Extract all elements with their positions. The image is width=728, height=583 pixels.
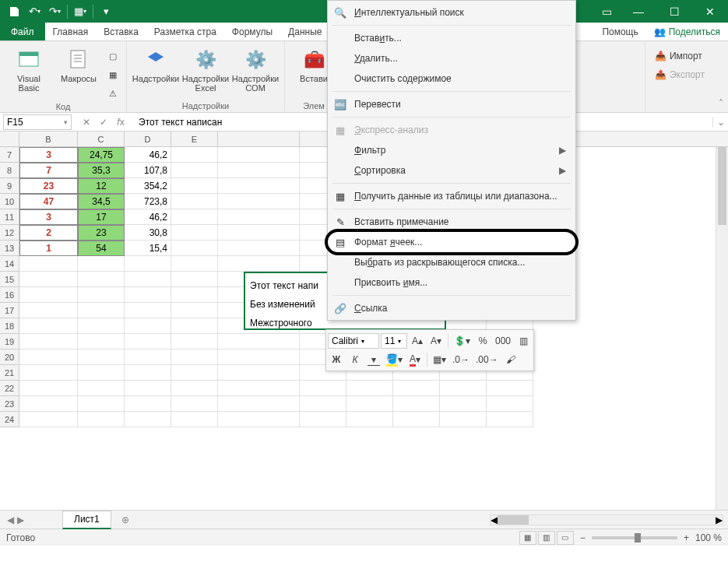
cell[interactable]: 2 [19,225,78,241]
decrease-decimal-button[interactable]: .00→ [473,351,501,368]
cell[interactable] [346,396,393,412]
cell[interactable] [125,272,171,287]
record-macro-button[interactable]: ▢ [106,47,120,65]
underline-button[interactable]: ▾ [365,351,382,368]
cell[interactable] [487,396,533,412]
cell[interactable]: 12 [78,178,125,194]
comma-button[interactable]: 000 [493,332,513,349]
cell[interactable] [125,256,171,272]
cell[interactable]: 3 [19,209,78,225]
menu-item-link[interactable]: 🔗Ссылка [328,298,575,318]
macros-button[interactable]: Макросы [56,44,101,102]
menu-item-translate[interactable]: 🔤Перевести [328,94,575,114]
col-header-c[interactable]: C [78,132,125,146]
cell[interactable] [125,381,171,396]
cell[interactable] [19,349,78,365]
cell[interactable]: 24,75 [78,147,125,163]
row-header[interactable]: 21 [0,365,19,381]
expand-formula-bar-button[interactable]: ⌄ [712,117,728,128]
vertical-scrollbar[interactable] [716,147,728,510]
cell[interactable] [393,396,440,412]
cell[interactable] [19,365,78,381]
cell[interactable] [125,349,171,365]
cell[interactable]: 3 [19,147,78,163]
row-header[interactable]: 16 [0,287,19,303]
cell[interactable]: 46,2 [125,147,171,163]
cell[interactable] [218,241,300,256]
add-sheet-button[interactable]: ⊕ [116,515,135,525]
cell[interactable] [125,287,171,303]
row-header[interactable]: 20 [0,349,19,365]
tab-file[interactable]: Файл [0,23,45,40]
cell[interactable] [171,303,218,318]
row-header[interactable]: 13 [0,241,19,256]
collapse-ribbon-button[interactable]: ˄ [714,41,728,112]
macro-security-button[interactable]: ⚠ [106,85,120,102]
cell[interactable] [125,412,171,427]
cell[interactable] [218,334,300,349]
row-header[interactable]: 24 [0,412,19,427]
row-header[interactable]: 11 [0,209,19,225]
cell[interactable] [78,334,125,349]
cell[interactable] [393,381,440,396]
col-header-d[interactable]: D [125,132,171,146]
cell[interactable]: 46,2 [125,209,171,225]
cell[interactable] [78,272,125,287]
tab-insert[interactable]: Вставка [96,23,146,40]
relative-ref-button[interactable]: ▦ [106,66,120,83]
font-color-button[interactable]: A▾ [406,351,424,368]
row-header[interactable]: 18 [0,318,19,334]
cell[interactable] [218,256,300,272]
cell[interactable] [440,381,487,396]
row-header[interactable]: 10 [0,194,19,209]
cell[interactable] [171,349,218,365]
row-header[interactable]: 23 [0,396,19,412]
tab-data[interactable]: Данные [280,23,329,40]
cell[interactable] [218,412,300,427]
cell[interactable] [19,381,78,396]
cell[interactable]: 17 [78,209,125,225]
cell[interactable] [19,303,78,318]
cell[interactable] [19,272,78,287]
cell[interactable] [19,287,78,303]
cell[interactable] [218,178,300,194]
cell[interactable] [300,381,346,396]
cell[interactable] [78,256,125,272]
cell[interactable] [300,396,346,412]
cell[interactable] [78,303,125,318]
cell[interactable]: 23 [78,225,125,241]
menu-item-define-name[interactable]: Присвоить имя... [328,272,575,293]
cell[interactable] [171,381,218,396]
cell[interactable] [300,412,346,427]
cell[interactable] [78,287,125,303]
menu-item-insert[interactable]: Вставить... [328,28,575,48]
cell[interactable] [125,396,171,412]
shrink-font-button[interactable]: A▾ [427,332,445,349]
page-layout-button[interactable]: ▥ [538,531,555,545]
cell[interactable] [171,272,218,287]
cell[interactable] [171,163,218,178]
cell[interactable] [125,334,171,349]
row-header[interactable]: 14 [0,256,19,272]
cell[interactable] [78,349,125,365]
cell[interactable] [171,412,218,427]
row-header[interactable]: 17 [0,303,19,318]
cell[interactable] [78,381,125,396]
row-header[interactable]: 19 [0,334,19,349]
ribbon-options-button[interactable]: ▭ [593,0,621,23]
cell[interactable] [171,209,218,225]
cell[interactable] [440,412,487,427]
menu-item-format-cells[interactable]: ▤Формат ячеек... [328,232,575,252]
addins-button[interactable]: Надстройки [133,44,178,101]
cell[interactable] [218,396,300,412]
cell[interactable] [171,365,218,381]
minimize-button[interactable]: — [621,0,656,23]
font-family-combo[interactable]: Calibri▾ [328,333,379,349]
cell[interactable]: 30,8 [125,225,171,241]
increase-decimal-button[interactable]: .0→ [450,351,472,368]
cell[interactable] [171,241,218,256]
cell[interactable] [218,163,300,178]
cell[interactable] [19,256,78,272]
bold-button[interactable]: Ж [328,351,345,368]
cell[interactable] [487,381,533,396]
